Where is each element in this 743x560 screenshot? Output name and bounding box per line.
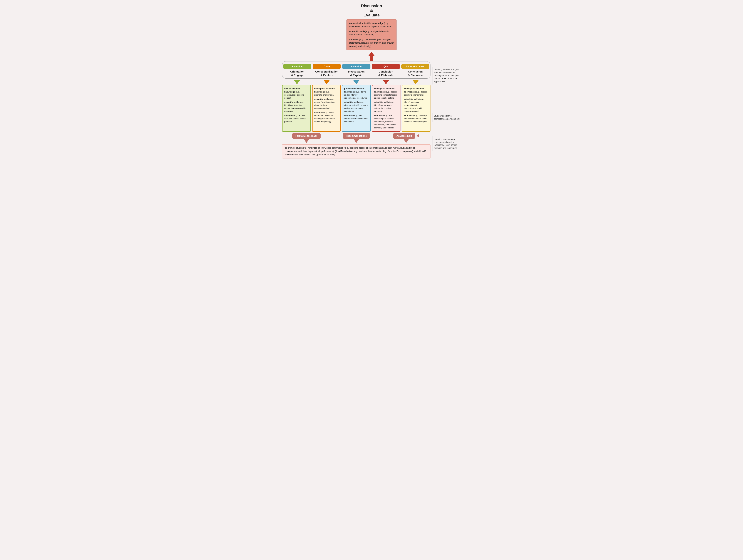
main-content: Animation Orientation& Engage Game Conce… xyxy=(282,61,431,158)
feedback-row: Formative feedback Recommendations Avail… xyxy=(282,133,431,143)
knowledge-box-blue: procedural scientific knowledge (e.g., d… xyxy=(342,85,370,132)
formative-feedback-col: Formative feedback xyxy=(282,133,331,143)
arrow-down-brown-1 xyxy=(304,139,309,143)
arrow-green-shape xyxy=(294,80,300,84)
top-box-item-3: attitudes (e.g., use knowledge to analys… xyxy=(349,38,394,48)
knowledge-row: factual scientific knowledge (e.g., conc… xyxy=(282,85,431,132)
connector-wrapper: Animation Orientation& Engage Game Conce… xyxy=(282,61,431,79)
kb-red-1: conceptual scientific knowledge (e.g., d… xyxy=(374,87,398,99)
arrow-left-shape xyxy=(417,134,419,138)
kb-blue-1: procedural scientific knowledge (e.g., d… xyxy=(344,87,368,99)
arrow-col-1 xyxy=(283,79,311,84)
arrow-yellow-shape xyxy=(413,80,419,84)
arrow-down-brown-3 xyxy=(404,139,409,143)
phase-title-investigation: Investigation& Explain xyxy=(348,70,365,77)
formative-feedback-box: Formative feedback xyxy=(292,133,320,139)
kb-yellow-1: conceptual scientific knowledge (e.g., d… xyxy=(404,87,428,96)
phase-col-info-areas: Information areas Conclusion& Elaborate xyxy=(401,64,429,77)
arrow-blue xyxy=(353,80,359,84)
kb-green-2: scientific skills (e.g., identify or for… xyxy=(284,101,309,113)
big-arrow-shape xyxy=(368,52,375,61)
phase-col-game: Game Conceptualization& Explore xyxy=(313,64,341,77)
kb-yellow-2: scientific skills (e.g., identify necess… xyxy=(404,98,428,113)
arrow-red xyxy=(383,80,389,84)
arrow-blue-shape xyxy=(353,80,359,84)
top-box-item-1: conceptual scientific knowledge (e.g., e… xyxy=(349,21,394,29)
kb-green-1: factual scientific knowledge (e.g., conc… xyxy=(284,87,309,99)
arrow-yellow xyxy=(413,80,419,84)
phase-header-game: Game xyxy=(313,64,341,69)
available-help-col: Available help xyxy=(382,133,431,143)
kb-red-3: attitudes (e.g., use knowledge to analys… xyxy=(374,114,398,129)
kb-orange-1: conceptual scientific knowledge (e.g., s… xyxy=(314,87,339,96)
arrow-col-2 xyxy=(312,79,341,84)
big-arrow-up xyxy=(282,52,461,61)
available-help-wrapper: Available help xyxy=(393,133,419,139)
arrow-col-3 xyxy=(342,79,370,84)
phase-header-info-areas: Information areas xyxy=(401,64,429,69)
sidebar-label-2: Student's scientific competences develop… xyxy=(432,113,461,122)
top-section: Discussion&Evaluate conceptual scientifi… xyxy=(282,4,461,50)
phase-header-quiz: Quiz xyxy=(372,64,400,69)
top-box-item-2: scientific skills(e.g., analyse informat… xyxy=(349,30,394,37)
kb-yellow-3: attitudes (e.g., find ways to be well in… xyxy=(404,114,428,123)
arrow-orange-shape xyxy=(324,80,330,84)
sidebar-label-1: Learning sequence: digital educational r… xyxy=(432,66,461,85)
phase-title-orientation: Orientation& Engage xyxy=(290,70,305,77)
recommendations-arrow-down xyxy=(354,139,359,143)
recommendations-col: Recommendations xyxy=(332,133,381,143)
kb-green-3: attitudes (e.g., access available help t… xyxy=(284,114,309,123)
kb-orange-3: attitudes (e.g., follow recommendations … xyxy=(314,111,339,123)
sidebar-label-3: Learning management components based on … xyxy=(432,136,461,151)
arrow-red-shape xyxy=(383,80,389,84)
knowledge-box-green: factual scientific knowledge (e.g., conc… xyxy=(282,85,311,132)
knowledge-box-red: conceptual scientific knowledge (e.g., d… xyxy=(372,85,401,132)
arrows-row xyxy=(283,79,430,84)
knowledge-box-yellow: conceptual scientific knowledge (e.g., d… xyxy=(402,85,431,132)
phase-header-animation-1: Animation xyxy=(283,64,311,69)
bottom-note: To promote students' (i) reflection on k… xyxy=(282,144,431,158)
phase-col-quiz: Quiz Conclusion& Elaborate xyxy=(372,64,400,77)
formative-feedback-arrow-down xyxy=(304,139,309,143)
knowledge-box-orange: conceptual scientific knowledge (e.g., s… xyxy=(312,85,341,132)
phase-row: Animation Orientation& Engage Game Conce… xyxy=(282,62,430,79)
arrow-orange xyxy=(324,80,330,84)
phase-col-animation-orientation: Animation Orientation& Engage xyxy=(283,64,311,77)
kb-blue-2: scientific skills (e.g., observe scienti… xyxy=(344,101,368,113)
arrow-col-4 xyxy=(372,79,400,84)
phase-title-conceptualization: Conceptualization& Explore xyxy=(315,70,338,77)
recommendations-box: Recommendations xyxy=(343,133,370,139)
available-help-box: Available help xyxy=(393,133,415,139)
phase-col-animation-investigation: Animation Investigation& Explain xyxy=(342,64,370,77)
available-help-arrow-down xyxy=(404,139,409,143)
sidebar-labels: Learning sequence: digital educational r… xyxy=(432,61,461,151)
phase-title-conclusion-2: Conclusion& Elaborate xyxy=(408,70,423,77)
main-with-sidebar: Animation Orientation& Engage Game Conce… xyxy=(282,61,461,158)
phase-title-conclusion-1: Conclusion& Elaborate xyxy=(379,70,393,77)
discussion-title: Discussion&Evaluate xyxy=(361,4,382,17)
phase-header-animation-2: Animation xyxy=(342,64,370,69)
kb-orange-2: scientific skills (e.g., decide (by atte… xyxy=(314,98,339,110)
kb-red-2: scientific skills (e.g., identify or for… xyxy=(374,101,398,113)
arrow-down-brown-2 xyxy=(354,139,359,143)
kb-blue-3: attitudes (e.g., find alternatives to va… xyxy=(344,114,368,123)
arrow-col-5 xyxy=(401,79,430,84)
main-diagram: Discussion&Evaluate conceptual scientifi… xyxy=(282,4,461,158)
arrow-green xyxy=(294,80,300,84)
top-box: conceptual scientific knowledge (e.g., e… xyxy=(347,19,396,50)
